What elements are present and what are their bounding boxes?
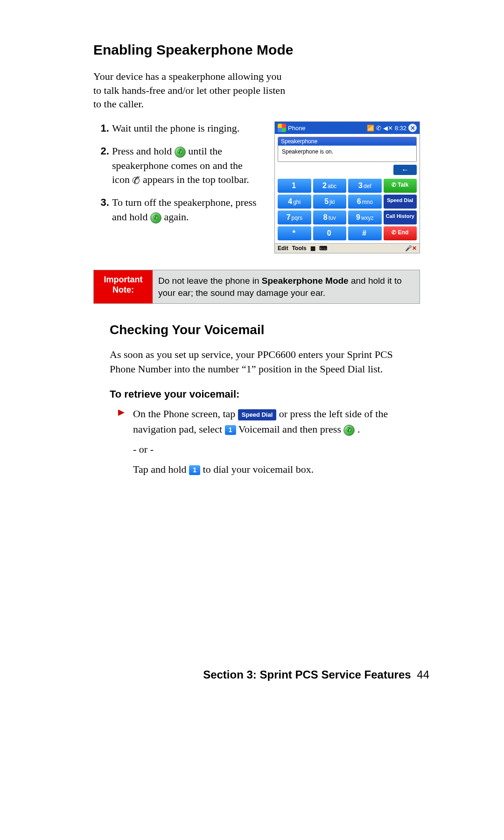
keyboard-icon: ⌨ bbox=[319, 245, 327, 252]
speaker-icon: ✆̋ bbox=[132, 174, 140, 187]
voicemail-paragraph: As soon as you set up service, your PPC6… bbox=[110, 348, 420, 377]
subheading-retrieve: To retrieve your voicemail: bbox=[110, 388, 420, 400]
volume-icon: ◀✕ bbox=[383, 125, 393, 132]
voicemail-section: Checking Your Voicemail As soon as you s… bbox=[93, 322, 420, 477]
backspace-key: ← bbox=[393, 165, 417, 175]
windows-logo-icon bbox=[278, 124, 286, 132]
talk-key: ✆ Talk bbox=[384, 179, 417, 193]
step-list: Wait until the phone is ringing. Press a… bbox=[93, 121, 263, 233]
steps-and-device-row: Wait until the phone is ringing. Press a… bbox=[93, 121, 420, 253]
speed-dial-chip: Speed Dial bbox=[238, 409, 276, 420]
signal-icon: 📶 bbox=[367, 125, 374, 132]
manual-page: Enabling Speakerphone Mode Your device h… bbox=[42, 0, 462, 700]
key-1-chip: 1 bbox=[189, 465, 200, 475]
device-app-title: Phone bbox=[288, 125, 306, 132]
bottom-tools: Tools bbox=[292, 245, 307, 252]
step-1: Wait until the phone is ringing. bbox=[112, 121, 263, 136]
notes-icon: ▦ bbox=[310, 245, 315, 252]
step-3: To turn off the speakerphone, press and … bbox=[112, 196, 263, 224]
important-note-box: Important Note: Do not leave the phone i… bbox=[93, 270, 420, 304]
red-triangle-icon: ▶ bbox=[110, 406, 133, 477]
speed-dial-key: Speed Dial bbox=[384, 195, 417, 209]
popup-body: Speakerphone is on. bbox=[278, 146, 416, 161]
speakerphone-popup: Speakerphone Speakerphone is on. bbox=[278, 137, 417, 162]
key-0: 0 bbox=[313, 226, 347, 240]
or-separator: - or - bbox=[133, 443, 154, 455]
heading-speakerphone: Enabling Speakerphone Mode bbox=[93, 42, 420, 58]
key-4: 4ghi bbox=[278, 195, 311, 209]
dialpad: 1 2abc 3def ✆ Talk 4ghi 5jkl 6mno Speed … bbox=[275, 177, 420, 243]
key-8: 8tuv bbox=[313, 210, 347, 224]
heading-voicemail: Checking Your Voicemail bbox=[110, 322, 420, 337]
page-number: 44 bbox=[417, 668, 429, 681]
speaker-status-icon: ✆ bbox=[376, 125, 381, 132]
key-5: 5jkl bbox=[313, 195, 347, 209]
key-star: * bbox=[278, 226, 311, 240]
key-2: 2abc bbox=[313, 179, 347, 193]
section-title: Section 3: Sprint PCS Service Features bbox=[203, 668, 411, 681]
close-icon: ✕ bbox=[408, 124, 417, 132]
bottom-edit: Edit bbox=[278, 245, 288, 252]
note-label: Important Note: bbox=[94, 270, 153, 303]
step-2: Press and hold ✆ until the speakerphone … bbox=[112, 144, 263, 188]
call-history-key: Call History bbox=[384, 210, 417, 224]
note-text: Do not leave the phone in Speakerphone M… bbox=[153, 270, 420, 303]
talk-button-icon: ✆ bbox=[343, 425, 355, 436]
device-clock: 8:32 bbox=[395, 125, 406, 132]
talk-button-icon: ✆ bbox=[175, 147, 186, 158]
device-title-bar: Phone 📶 ✆ ◀✕ 8:32 ✕ bbox=[275, 122, 420, 134]
key-hash: # bbox=[348, 226, 382, 240]
key-9: 9wxyz bbox=[348, 210, 382, 224]
device-screenshot: Phone 📶 ✆ ◀✕ 8:32 ✕ Speakerphone Speaker… bbox=[274, 121, 420, 253]
key-3: 3def bbox=[348, 179, 382, 193]
key-1-chip: 1 bbox=[225, 425, 236, 435]
key-7: 7pqrs bbox=[278, 210, 311, 224]
key-1: 1 bbox=[278, 179, 311, 193]
intro-paragraph: Your device has a speakerphone allowing … bbox=[93, 70, 289, 111]
end-key: ✆ End bbox=[384, 226, 417, 240]
talk-button-icon: ✆ bbox=[150, 212, 161, 224]
popup-title: Speakerphone bbox=[278, 137, 416, 146]
retrieve-block: ▶ On the Phone screen, tap Speed Dial or… bbox=[110, 406, 420, 477]
page-footer: Section 3: Sprint PCS Service Features 4… bbox=[203, 668, 429, 681]
mute-mic-icon: 🎤✕ bbox=[405, 245, 417, 252]
device-bottom-bar: Edit Tools ▦ ⌨ 🎤✕ bbox=[275, 243, 420, 253]
key-6: 6mno bbox=[348, 195, 382, 209]
